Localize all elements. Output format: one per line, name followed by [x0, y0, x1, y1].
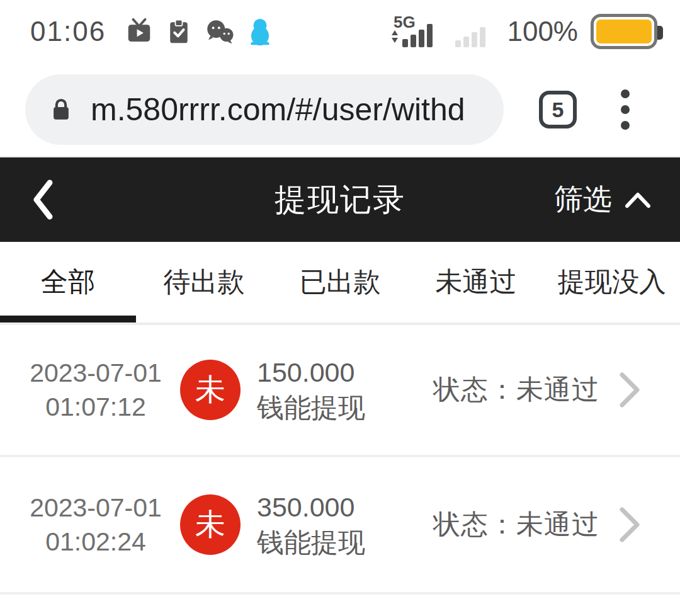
address-bar[interactable]: m.580rrrr.com/#/user/withd	[25, 74, 504, 145]
notification-icons	[125, 17, 273, 46]
browser-toolbar: m.580rrrr.com/#/user/withd 5	[0, 63, 680, 157]
record-status: 状态：未通过	[433, 372, 599, 408]
signal-sim2-icon	[450, 11, 494, 52]
signal-5g-icon: 5G	[388, 11, 438, 52]
record-amount-block: 350.000 钱能提现	[257, 489, 365, 560]
qq-icon	[247, 17, 273, 46]
page-header: 提现记录 筛选	[0, 157, 680, 242]
filter-label: 筛选	[554, 180, 612, 219]
filter-button[interactable]: 筛选	[554, 180, 651, 219]
record-amount-block: 150.000 钱能提现	[257, 355, 365, 425]
record-method: 钱能提现	[257, 390, 365, 425]
clock-time: 01:06	[30, 16, 106, 47]
battery-percent: 100%	[507, 16, 578, 47]
status-badge: 未	[180, 494, 241, 555]
record-status: 状态：未通过	[433, 506, 599, 543]
chevron-up-icon	[625, 191, 651, 208]
record-datetime: 2023-07-01 01:07:12	[16, 356, 175, 424]
url-text: m.580rrrr.com/#/user/withd	[91, 91, 465, 128]
status-tabs: 全部 待出款 已出款 未通过 提现没入	[0, 242, 680, 325]
record-amount: 150.000	[257, 355, 365, 390]
chevron-right-icon	[618, 506, 641, 544]
tab-all[interactable]: 全部	[0, 242, 136, 322]
tab-paid-out[interactable]: 已出款	[272, 242, 408, 322]
status-bar: 01:06 5G	[0, 0, 680, 63]
chevron-right-icon	[618, 371, 641, 409]
record-row[interactable]: 2023-07-01 01:07:12 未 150.000 钱能提现 状态：未通…	[0, 325, 680, 455]
tab-not-credited[interactable]: 提现没入	[544, 242, 680, 322]
browser-menu-button[interactable]	[621, 89, 630, 130]
record-row[interactable]: 2023-07-01 01:02:24 未 350.000 钱能提现 状态：未通…	[0, 457, 680, 592]
record-method: 钱能提现	[257, 525, 365, 560]
record-amount: 350.000	[257, 489, 365, 525]
record-datetime: 2023-07-01 01:02:24	[16, 491, 175, 559]
next-row-stub	[0, 595, 680, 616]
tv-app-icon	[125, 17, 154, 46]
wechat-icon	[204, 17, 235, 46]
clipboard-check-icon	[165, 17, 193, 46]
tab-rejected[interactable]: 未通过	[408, 242, 544, 322]
status-right-cluster: 5G 100%	[388, 11, 657, 52]
battery-icon	[591, 14, 657, 49]
tab-switcher-button[interactable]: 5	[539, 91, 577, 128]
svg-text:5G: 5G	[394, 13, 416, 31]
lock-icon	[49, 95, 73, 124]
tab-pending-payout[interactable]: 待出款	[136, 242, 272, 322]
status-badge: 未	[180, 360, 241, 420]
